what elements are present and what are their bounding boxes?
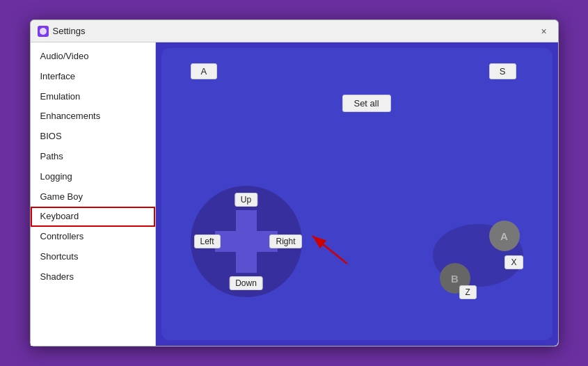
- dir-down-button[interactable]: Down: [229, 276, 263, 290]
- btn-x-button[interactable]: X: [504, 255, 523, 269]
- btn-z-button[interactable]: Z: [459, 285, 477, 299]
- arrow-annotation: [305, 225, 361, 269]
- sidebar-item-bios[interactable]: BIOS: [31, 127, 155, 147]
- btn-b-label: B: [451, 273, 459, 285]
- arrow-svg: [305, 225, 361, 267]
- sidebar-item-shaders[interactable]: Shaders: [31, 267, 155, 287]
- key-a-button[interactable]: A: [191, 63, 218, 79]
- sidebar-item-keyboard[interactable]: Keyboard: [31, 207, 155, 227]
- btn-a-circle[interactable]: A: [489, 221, 520, 251]
- dpad-up: [236, 210, 257, 231]
- sidebar-item-gameboy[interactable]: Game Boy: [31, 187, 155, 207]
- dir-right-button[interactable]: Right: [269, 234, 301, 248]
- btn-a-round-label: A: [500, 230, 508, 242]
- dpad-center: [236, 231, 257, 252]
- keyboard-panel: A S Set all Up Down: [156, 42, 558, 346]
- settings-window: Settings × Audio/Video Interface Emulati…: [30, 19, 559, 347]
- dir-left-button[interactable]: Left: [194, 234, 221, 248]
- sidebar-item-shortcuts[interactable]: Shortcuts: [31, 247, 155, 267]
- face-buttons: B A Z X: [433, 217, 523, 301]
- dpad-down: [236, 252, 257, 273]
- svg-line-2: [312, 236, 347, 264]
- set-all-button[interactable]: Set all: [342, 95, 390, 112]
- sidebar-item-paths[interactable]: Paths: [31, 147, 155, 167]
- sidebar-item-logging[interactable]: Logging: [31, 167, 155, 187]
- key-s-button[interactable]: S: [489, 63, 516, 79]
- titlebar: Settings ×: [31, 20, 558, 42]
- sidebar: Audio/Video Interface Emulation Enhancem…: [31, 42, 156, 346]
- sidebar-item-controllers[interactable]: Controllers: [31, 227, 155, 247]
- dir-up-button[interactable]: Up: [235, 193, 257, 207]
- dpad-cross: Up Down Left Right: [215, 210, 278, 273]
- dpad: Up Down Left Right: [191, 186, 302, 297]
- app-icon: [38, 26, 49, 37]
- content-area: Audio/Video Interface Emulation Enhancem…: [31, 42, 558, 346]
- sidebar-item-emulation[interactable]: Emulation: [31, 87, 155, 107]
- sidebar-item-audiovideo[interactable]: Audio/Video: [31, 47, 155, 67]
- sidebar-item-interface[interactable]: Interface: [31, 67, 155, 87]
- controller-area: A S Set all Up Down: [170, 56, 544, 332]
- sidebar-item-enhancements[interactable]: Enhancements: [31, 106, 155, 127]
- svg-point-0: [40, 28, 47, 35]
- window-title: Settings: [53, 26, 86, 36]
- close-button[interactable]: ×: [537, 24, 551, 38]
